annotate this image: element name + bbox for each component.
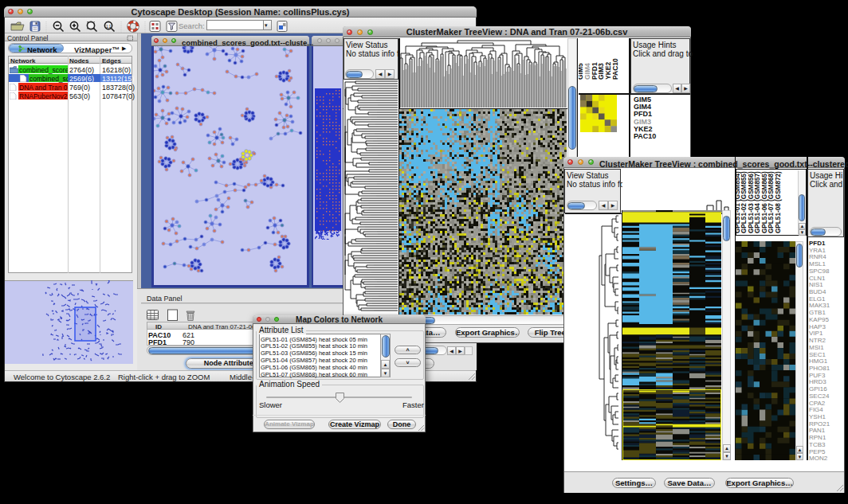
svg-text:GPL51-08 (GSM872): GPL51-08 (GSM872) <box>775 171 782 233</box>
svg-text:PAC10: PAC10 <box>611 58 619 80</box>
svg-text:1:1: 1:1 <box>106 25 112 29</box>
